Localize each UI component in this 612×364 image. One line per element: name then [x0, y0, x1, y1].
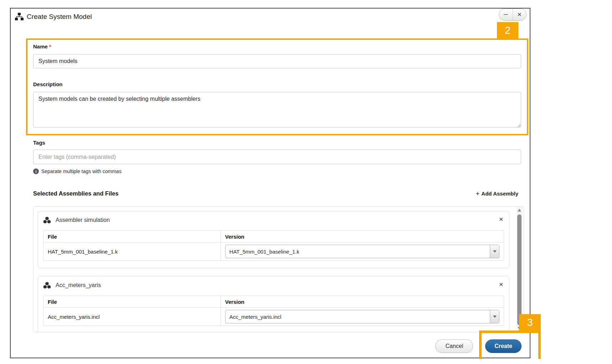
- files-table: File Version HAT_5mm_001_baseline_1.k HA…: [43, 230, 504, 261]
- remove-assembly-icon[interactable]: ✕: [499, 215, 503, 223]
- scrollbar-thumb[interactable]: [517, 214, 522, 325]
- assembly-card-header: Assembler simulation ✕: [43, 215, 504, 225]
- create-system-model-dialog: Create System Model – ✕ Name* Descriptio…: [10, 8, 530, 358]
- tags-hint-row: i Separate multiple tags with commas: [33, 168, 530, 175]
- assembly-card-header: Acc_meters_yaris ✕: [43, 281, 504, 290]
- remove-assembly-icon[interactable]: ✕: [499, 281, 503, 288]
- window-controls: – ✕: [499, 9, 527, 21]
- version-column-header: Version: [221, 231, 504, 243]
- tags-section: Tags i Separate multiple tags with comma…: [33, 139, 530, 175]
- info-icon: i: [33, 168, 39, 174]
- cubes-icon: [43, 217, 51, 224]
- dialog-footer: Cancel Create: [435, 339, 522, 353]
- dialog-title: Create System Model: [27, 13, 92, 21]
- assemblies-heading-row: Selected Assemblies and Files + Add Asse…: [33, 190, 524, 197]
- dialog-header: Create System Model: [11, 9, 530, 25]
- name-label: Name*: [33, 43, 520, 51]
- close-icon: ✕: [517, 11, 522, 18]
- tags-label: Tags: [33, 139, 530, 147]
- version-select[interactable]: Acc_meters_yaris.incl: [225, 310, 499, 323]
- name-input[interactable]: [33, 54, 521, 68]
- version-select-value: HAT_5mm_001_baseline_1.k: [225, 249, 490, 255]
- add-assembly-label: Add Assembly: [481, 191, 518, 197]
- plus-icon: +: [476, 191, 479, 196]
- chevron-down-icon: [493, 250, 497, 253]
- step-2-highlight-box: Name* Description System models can be c…: [26, 38, 528, 135]
- create-button[interactable]: Create: [485, 339, 522, 353]
- sitemap-icon: [15, 13, 24, 21]
- assemblies-scroll-area: Assembler simulation ✕ File Version HAT_…: [33, 206, 524, 332]
- dropdown-arrow-button[interactable]: [490, 245, 499, 258]
- assemblies-heading: Selected Assemblies and Files: [33, 190, 119, 197]
- description-textarea[interactable]: System models can be created by selectin…: [33, 92, 521, 128]
- dropdown-arrow-button[interactable]: [490, 310, 499, 323]
- assembly-card: Assembler simulation ✕ File Version HAT_…: [38, 211, 509, 268]
- minimize-icon: –: [504, 10, 508, 18]
- assembly-title: Assembler simulation: [56, 217, 110, 223]
- version-column-header: Version: [221, 296, 504, 308]
- version-select[interactable]: HAT_5mm_001_baseline_1.k: [225, 245, 499, 258]
- files-table-header-row: File Version: [43, 231, 504, 243]
- files-table-header-row: File Version: [43, 296, 504, 308]
- file-column-header: File: [43, 296, 221, 308]
- file-column-header: File: [43, 231, 221, 243]
- minimize-button[interactable]: –: [499, 9, 513, 20]
- tags-hint-text: Separate multiple tags with commas: [41, 168, 121, 174]
- files-table: File Version Acc_meters_yaris.incl Acc_m…: [43, 296, 504, 326]
- file-name-cell: Acc_meters_yaris.incl: [43, 308, 221, 326]
- required-asterisk: *: [49, 43, 51, 50]
- assembly-card: Acc_meters_yaris ✕ File Version Acc_mete…: [38, 276, 509, 332]
- assembly-title: Acc_meters_yaris: [56, 282, 101, 288]
- version-select-value: Acc_meters_yaris.incl: [225, 314, 490, 320]
- table-row: HAT_5mm_001_baseline_1.k HAT_5mm_001_bas…: [43, 243, 504, 261]
- close-button[interactable]: ✕: [513, 9, 527, 20]
- name-label-text: Name: [33, 43, 48, 50]
- add-assembly-button[interactable]: + Add Assembly: [476, 191, 518, 197]
- file-name-cell: HAT_5mm_001_baseline_1.k: [43, 243, 221, 261]
- vertical-scrollbar[interactable]: [517, 207, 522, 332]
- tags-input[interactable]: [33, 150, 521, 164]
- cubes-icon: [43, 282, 51, 289]
- step-2-badge: 2: [497, 22, 518, 38]
- cancel-button[interactable]: Cancel: [435, 339, 473, 353]
- table-row: Acc_meters_yaris.incl Acc_meters_yaris.i…: [43, 308, 504, 326]
- scroll-up-arrow-icon[interactable]: [518, 209, 521, 212]
- step-3-badge: 3: [519, 314, 541, 331]
- chevron-down-icon: [493, 316, 497, 318]
- description-label: Description: [33, 80, 520, 88]
